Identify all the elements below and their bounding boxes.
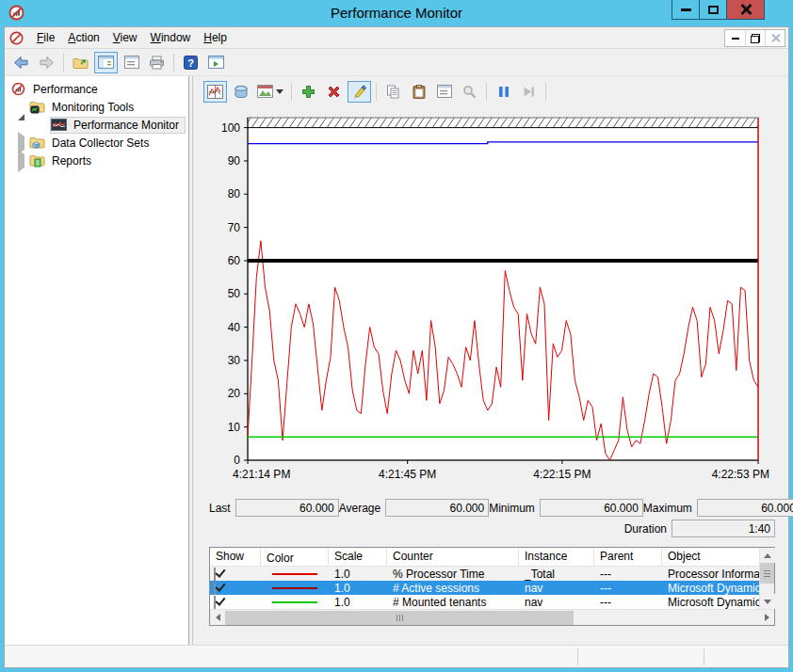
show-checkbox[interactable] xyxy=(214,596,216,609)
close-button[interactable] xyxy=(726,0,765,20)
mdi-restore-icon xyxy=(751,34,760,43)
export-button[interactable] xyxy=(69,52,92,73)
parent-cell: --- xyxy=(594,582,662,595)
column-header-object[interactable]: Object xyxy=(662,548,759,566)
new-window-icon xyxy=(208,56,224,69)
tree-item-label: Data Collector Sets xyxy=(49,136,152,151)
column-header-show[interactable]: Show xyxy=(210,548,261,566)
tree-item-reports[interactable]: Reports xyxy=(5,152,188,169)
tree-item-monitoring-tools[interactable]: Monitoring Tools xyxy=(5,98,188,116)
current-activity-chart-icon xyxy=(207,85,223,99)
legend-horizontal-scrollbar[interactable] xyxy=(210,609,774,625)
counter-row-processor-time[interactable]: 1.0 % Processor Time _Total --- Processo… xyxy=(210,567,759,581)
toolbar-separator xyxy=(545,83,546,101)
perfmon-node-icon xyxy=(10,82,26,96)
menu-view[interactable]: View xyxy=(106,28,144,47)
new-window-button[interactable] xyxy=(204,52,228,73)
scroll-left-button[interactable] xyxy=(210,610,225,625)
color-swatch xyxy=(272,587,317,589)
magnifier-icon xyxy=(462,85,477,99)
counter-row-mounted-tenants[interactable]: 1.0 # Mounted tenants nav --- Microsoft … xyxy=(210,595,759,609)
paste-clipboard-icon xyxy=(413,85,426,99)
parent-cell: --- xyxy=(594,568,662,581)
properties-button-chart[interactable] xyxy=(432,81,456,103)
data-collector-sets-icon xyxy=(29,136,45,150)
copy-properties-button[interactable] xyxy=(381,81,405,103)
instance-cell: nav xyxy=(519,582,594,595)
add-counter-button[interactable] xyxy=(297,81,320,103)
column-header-color[interactable]: Color xyxy=(261,548,329,566)
column-header-instance[interactable]: Instance xyxy=(519,548,594,566)
back-button[interactable] xyxy=(9,52,33,73)
menu-help[interactable]: Help xyxy=(197,28,234,47)
counter-row-active-sessions[interactable]: 1.0 # Active sessions nav --- Microsoft … xyxy=(210,581,759,595)
toolbar-separator xyxy=(486,83,487,101)
scroll-right-button[interactable] xyxy=(759,610,774,625)
performance-graph: 01020304050607080901004:21:14 PM4:21:45 … xyxy=(204,108,781,493)
freeze-display-button[interactable] xyxy=(492,81,515,103)
tree-item-data-collector-sets[interactable]: Data Collector Sets xyxy=(5,134,188,152)
perfmon-pane: 01020304050607080901004:21:14 PM4:21:45 … xyxy=(193,76,788,645)
close-icon xyxy=(740,4,752,15)
view-log-data-button[interactable] xyxy=(229,81,252,103)
status-bar xyxy=(5,645,788,667)
zoom-button[interactable] xyxy=(458,81,481,103)
scale-cell: 1.0 xyxy=(329,568,387,581)
column-header-scale[interactable]: Scale xyxy=(329,548,387,566)
instance-cell: _Total xyxy=(519,568,594,581)
toolbar-separator xyxy=(173,54,174,72)
toolbar-separator xyxy=(376,83,377,101)
tree-item-performance[interactable]: Performance xyxy=(5,80,188,98)
parent-cell: --- xyxy=(594,596,662,609)
horizontal-scroll-thumb[interactable] xyxy=(225,611,574,625)
tree-item-label: Performance Monitor xyxy=(71,118,182,133)
show-checkbox[interactable] xyxy=(214,568,216,581)
console-tree: Performance Monitoring Tools xyxy=(5,76,189,645)
svg-text:20: 20 xyxy=(228,387,241,400)
mdi-minimize-button[interactable] xyxy=(725,30,745,46)
expander-closed-icon[interactable] xyxy=(18,154,27,168)
tree-item-performance-monitor[interactable]: Performance Monitor xyxy=(5,116,188,134)
update-data-button[interactable] xyxy=(517,81,541,103)
expander-closed-icon[interactable] xyxy=(18,136,27,150)
scroll-down-button[interactable] xyxy=(760,594,775,609)
expander-open-icon[interactable] xyxy=(18,101,27,114)
legend-vertical-scrollbar[interactable] xyxy=(759,548,774,609)
svg-text:0: 0 xyxy=(234,454,240,467)
svg-text:40: 40 xyxy=(228,321,241,334)
maximize-button[interactable] xyxy=(699,0,727,20)
menu-file[interactable]: File xyxy=(30,28,61,47)
minimize-button[interactable] xyxy=(672,0,700,20)
perfmon-menu-icon xyxy=(9,31,24,45)
highlight-button[interactable] xyxy=(348,81,371,103)
properties-button[interactable] xyxy=(120,52,143,73)
svg-text:4:22:53 PM: 4:22:53 PM xyxy=(712,468,769,481)
performance-monitor-window: Performance Monitor File Action View Win… xyxy=(0,0,793,672)
svg-text:80: 80 xyxy=(228,187,241,200)
toolbar-separator xyxy=(291,83,292,101)
mdi-close-button[interactable] xyxy=(765,30,785,46)
arrow-down-icon xyxy=(764,600,771,604)
help-button[interactable]: ? xyxy=(179,52,202,73)
menu-window[interactable]: Window xyxy=(144,28,198,47)
forward-button[interactable] xyxy=(35,52,58,73)
scroll-up-button[interactable] xyxy=(760,548,775,563)
svg-text:100: 100 xyxy=(221,121,240,135)
column-header-parent[interactable]: Parent xyxy=(594,548,662,566)
delete-counter-button[interactable] xyxy=(322,81,346,103)
maximize-icon xyxy=(708,6,719,14)
menu-bar: File Action View Window Help xyxy=(5,27,788,49)
print-button[interactable] xyxy=(145,52,169,73)
vertical-scroll-thumb[interactable] xyxy=(760,563,774,584)
paste-counter-list-button[interactable] xyxy=(407,81,430,103)
graph-type-icon xyxy=(257,85,273,98)
copy-icon xyxy=(386,85,400,99)
svg-text:4:22:15 PM: 4:22:15 PM xyxy=(533,468,591,481)
menu-action[interactable]: Action xyxy=(61,28,105,47)
mdi-restore-button[interactable] xyxy=(745,30,765,46)
view-current-activity-button[interactable] xyxy=(203,81,227,103)
show-hide-console-tree-button[interactable] xyxy=(94,52,118,73)
change-graph-type-button[interactable] xyxy=(254,81,286,103)
column-header-counter[interactable]: Counter xyxy=(387,548,519,566)
show-checkbox[interactable] xyxy=(214,582,216,595)
